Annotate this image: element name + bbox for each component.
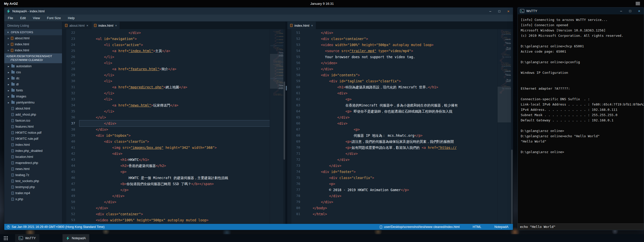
sidebar-folder[interactable]: ▸images — [4, 93, 62, 99]
sidebar-folder[interactable]: ▸autostation — [4, 63, 62, 69]
sidebar-file[interactable]: favicon.ico — [4, 118, 62, 124]
close-editor-icon[interactable]: × — [7, 37, 9, 40]
sidebar-folder[interactable]: ▸dc — [4, 75, 62, 81]
sidebar-folder[interactable]: ▸fonts — [4, 87, 62, 93]
open-editor-item[interactable]: ×index.html — [4, 41, 62, 47]
open-editor-label: about.html — [15, 37, 29, 40]
close-icon[interactable]: × — [635, 8, 644, 14]
sidebar-file[interactable]: teabag.7z — [4, 172, 62, 178]
start-button[interactable] — [0, 234, 12, 242]
file-label: x.php — [15, 197, 23, 201]
code-line: <img src="images/box.png" height="342" w… — [79, 145, 270, 151]
scrollbar-right[interactable] — [511, 29, 513, 224]
close-editor-icon[interactable]: × — [7, 43, 9, 46]
code-line: <h1>特別為建築及鐵路而設，現代化的 Minecraft 世界.</h1> — [304, 84, 497, 90]
splitter-grip-icon[interactable] — [286, 86, 287, 90]
file-icon — [11, 161, 14, 164]
close-editor-icon[interactable]: × — [7, 49, 9, 52]
sidebar-file[interactable]: add_vhost.php — [4, 112, 62, 118]
minimize-icon[interactable]: – — [486, 8, 495, 15]
code-line: <p>如有問題或需要申請白名單，歡迎加入我們的 <a href="https:/… — [304, 145, 497, 151]
line-number: 50 — [66, 199, 75, 205]
tab-label: index.html — [98, 24, 113, 27]
file-icon — [11, 186, 14, 189]
html-file-icon — [11, 49, 13, 52]
minimap-viewport[interactable] — [270, 54, 283, 89]
scrollbar-thumb[interactable] — [511, 150, 513, 224]
terminal-output[interactable]: [info] Conencting to arozos WsTTY servic… — [518, 14, 644, 223]
taskbar-item-notepada[interactable]: NotepadA — [63, 234, 89, 242]
code-line: <div id="footer"> — [304, 169, 497, 175]
minimize-icon[interactable]: – — [617, 8, 626, 14]
sidebar-file[interactable]: about.html — [4, 106, 62, 112]
open-editor-item[interactable]: ×about.html — [4, 35, 62, 41]
sidebar-file[interactable]: index.php_disabled — [4, 148, 62, 154]
code-line: <div id="contents"> — [304, 72, 497, 78]
menu-edit[interactable]: Edit — [17, 15, 29, 21]
sidebar-folder[interactable]: ▸css — [4, 69, 62, 75]
minimap-right[interactable]: </div> <div class="container"> <video wi… — [497, 29, 511, 224]
aroz-brand[interactable]: My ArOZ — [4, 2, 18, 6]
line-number: 56 — [291, 60, 300, 66]
sidebar-root-folder[interactable]: ▾USER:/DESKTOP/SCREENSHOT /TEST/WWW CLEA… — [4, 53, 62, 63]
close-tab-icon[interactable]: × — [86, 24, 88, 27]
sidebar-file[interactable]: HKWTC notice.pdf — [4, 130, 62, 136]
close-icon[interactable]: × — [504, 8, 513, 15]
code-editor-right[interactable]: </div> <div class="container"> <video wi… — [303, 29, 497, 224]
menu-help[interactable]: Help — [64, 15, 78, 21]
open-editors-header[interactable]: ▾ OPEN EDITORS — [4, 29, 62, 35]
code-line: <div class="container"> — [79, 211, 270, 217]
code-editor-left[interactable]: </div> <ul id="navigation"> <li class="a… — [78, 29, 270, 224]
code-line: <div> — [304, 90, 497, 96]
notepada-titlebar[interactable]: NotepadA - index.html – □ × — [4, 8, 513, 15]
scrollbar-left[interactable] — [283, 29, 285, 224]
editor-tab-about.html[interactable]: about.html× — [62, 22, 91, 29]
sidebar-file[interactable]: test_sockets.php — [4, 178, 62, 184]
menu-view[interactable]: View — [29, 15, 43, 21]
breakpoint-gutter[interactable] — [287, 29, 291, 224]
sidebar-file[interactable]: x.php — [4, 196, 62, 202]
sidebar-file[interactable]: testmysql.php — [4, 184, 62, 190]
root-folder-line2: /TEST/WWW CLEANED/ — [6, 58, 60, 62]
sidebar-folder[interactable]: ▸yamlyamlimu — [4, 99, 62, 106]
code-line: </div> — [304, 193, 497, 199]
sidebar-file[interactable]: mapredirect.php — [4, 160, 62, 166]
scrollbar-thumb[interactable] — [284, 82, 285, 160]
minimap-left[interactable]: </div> <ul id="navigation"> <li class="a… — [270, 29, 283, 224]
close-tab-icon[interactable]: × — [311, 24, 313, 27]
sidebar-file[interactable]: index.html — [4, 142, 62, 148]
status-language[interactable]: HTML — [473, 225, 481, 229]
code-line: <p> 即使你不是建築師，你也能透過紅石師或鐵路工程師的身份加入我 — [304, 108, 497, 114]
folder-icon — [11, 83, 15, 86]
close-tab-icon[interactable]: × — [115, 24, 117, 27]
maximize-icon[interactable]: □ — [626, 8, 635, 14]
line-number: 77 — [291, 187, 300, 193]
chevron-right-icon: ▸ — [7, 71, 10, 74]
open-editor-item[interactable]: ×index.html — [4, 47, 62, 53]
sidebar-file[interactable]: features.html — [4, 124, 62, 130]
sidebar-file[interactable]: trailer.mp4 — [4, 190, 62, 196]
menu-font-size[interactable]: Font Size — [43, 15, 64, 21]
file-icon — [11, 113, 14, 116]
terminal-input[interactable]: echo "Hello World" — [518, 223, 644, 230]
pane-splitter[interactable] — [285, 22, 287, 224]
file-icon — [11, 174, 14, 177]
menu-file[interactable]: File — [4, 15, 17, 21]
sidebar-file[interactable]: HKWTC rule.pdf — [4, 136, 62, 142]
editor-tab-index.html[interactable]: index.html× — [287, 22, 316, 29]
editor-tab-index.html[interactable]: index.html× — [91, 22, 120, 29]
sidebar-folder[interactable]: ▸dl — [4, 81, 62, 87]
terminal-line: Ethernet adapter ?A?????: — [521, 86, 641, 91]
code-line: <video width="100%" height="500px" autop… — [304, 42, 497, 48]
taskbar-item-wstty[interactable]: WsTTY — [15, 234, 39, 242]
code-line: </div> — [304, 151, 497, 157]
breakpoint-gutter[interactable] — [62, 29, 66, 224]
hamburger-menu-icon[interactable] — [636, 2, 640, 5]
maximize-icon[interactable]: □ — [495, 8, 504, 15]
wstty-titlebar[interactable]: WsTTY – □ × — [518, 8, 644, 14]
sidebar-file[interactable]: news.html — [4, 166, 62, 172]
status-filepath[interactable]: user/Desktop/screenshot/test/www cleaned… — [384, 225, 459, 229]
minimap-viewport[interactable] — [498, 87, 511, 122]
sidebar-file[interactable]: location.html — [4, 154, 62, 160]
code-line: <div> — [304, 120, 497, 126]
